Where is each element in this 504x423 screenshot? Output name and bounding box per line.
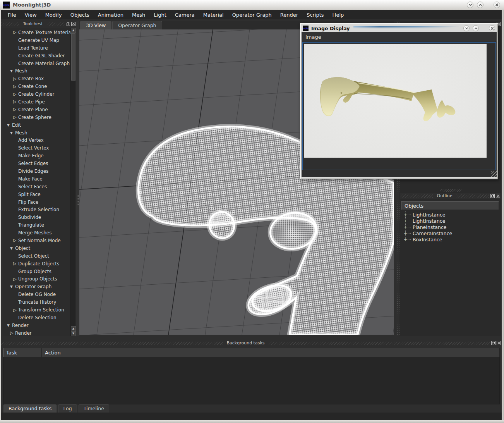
background-tasks-titlebar[interactable]: Background tasks (1, 340, 502, 346)
expander-closed-icon[interactable]: ▷ (13, 115, 18, 120)
toolchest-item[interactable]: ▷Create Cone (3, 83, 70, 90)
close-panel-icon[interactable] (496, 194, 500, 198)
toolchest-titlebar[interactable]: Toolchest (1, 21, 76, 27)
expander-open-icon[interactable]: ▼ (10, 246, 15, 250)
expander-closed-icon[interactable]: ▷ (13, 84, 18, 89)
window-titlebar[interactable]: m|3d Moonlight|3D (0, 0, 504, 10)
toolchest-item[interactable]: Select Faces (3, 183, 70, 191)
expand-plus-icon[interactable]: + (404, 213, 407, 217)
expander-open-icon[interactable]: ▼ (10, 131, 15, 135)
minimize-button[interactable] (467, 2, 473, 8)
menu-item-mesh[interactable]: Mesh (128, 10, 149, 19)
scroll-up-icon-bottom[interactable]: ▲ (71, 326, 76, 331)
toolchest-item[interactable]: ▷Create Texture Material (3, 29, 70, 36)
minimize-button[interactable] (463, 25, 470, 31)
toolchest-item[interactable]: ▷Create Pipe (3, 98, 70, 106)
close-button[interactable] (489, 25, 495, 31)
toolchest-item[interactable]: ▼Edit (3, 121, 70, 129)
menu-item-render[interactable]: Render (276, 10, 302, 19)
dock-grip[interactable] (440, 189, 461, 192)
menu-item-operator-graph[interactable]: Operator Graph (228, 10, 276, 19)
bottom-tab-timeline[interactable]: Timeline (79, 404, 109, 413)
expander-closed-icon[interactable]: ▷ (10, 330, 15, 335)
toolchest-item[interactable]: ▼Object (3, 244, 70, 252)
expander-closed-icon[interactable]: ▷ (13, 99, 18, 104)
outline-item[interactable]: +PlaneInstance (401, 224, 499, 230)
expander-closed-icon[interactable]: ▷ (13, 308, 18, 313)
toolchest-item[interactable]: Create Material Graph (3, 60, 70, 67)
float-panel-icon[interactable] (66, 22, 70, 26)
left-splitter-handle[interactable] (76, 21, 79, 336)
float-panel-icon[interactable] (490, 194, 495, 198)
expander-open-icon[interactable]: ▼ (7, 323, 12, 327)
toolchest-item[interactable]: ▼Mesh (3, 129, 70, 137)
toolchest-item[interactable]: ▷Create Plane (3, 106, 70, 113)
toolchest-scrollbar[interactable]: ▲ ▲ ▼ (70, 28, 75, 336)
outline-item[interactable]: +BoxInstance (401, 236, 499, 242)
toolchest-item[interactable]: ▷Duplicate Objects (3, 260, 70, 268)
rendered-image[interactable] (304, 44, 487, 158)
toolchest-item[interactable]: Split Face (3, 191, 70, 198)
menu-item-scripts[interactable]: Scripts (302, 10, 328, 19)
outline-titlebar[interactable]: Outline (400, 193, 501, 199)
expand-plus-icon[interactable]: + (404, 219, 407, 223)
menu-item-help[interactable]: Help (328, 10, 348, 19)
scrollbar-thumb[interactable] (71, 33, 75, 81)
toolchest-item[interactable]: Add Vertex (3, 136, 70, 144)
toolchest-item[interactable]: ▼Mesh (3, 67, 70, 75)
toolchest-item[interactable]: Select Edges (3, 160, 70, 167)
viewport-tab-operator-graph[interactable]: Operator Graph (112, 21, 162, 29)
menu-item-material[interactable]: Material (199, 10, 228, 19)
expander-closed-icon[interactable]: ▷ (13, 238, 18, 243)
outline-item[interactable]: +LightInstance (401, 212, 499, 218)
bottom-tab-log[interactable]: Log (58, 404, 77, 413)
toolchest-item[interactable]: Select Vertex (3, 144, 70, 152)
outline-item[interactable]: +CameraInstance (401, 230, 499, 236)
menu-item-file[interactable]: File (3, 10, 21, 19)
toolchest-item[interactable]: ▷Create Cylinder (3, 90, 70, 98)
expander-open-icon[interactable]: ▼ (10, 285, 15, 289)
toolchest-item[interactable]: Make Face (3, 175, 70, 183)
bottom-splitter-handle[interactable] (1, 336, 502, 339)
maximize-button[interactable] (477, 2, 483, 8)
toolchest-item[interactable]: Truncate History (3, 298, 70, 306)
toolchest-item[interactable]: Triangulate (3, 221, 70, 229)
toolchest-item[interactable]: Create GLSL Shader (3, 52, 70, 60)
toolchest-item[interactable]: ▷Set Normals Mode (3, 237, 70, 244)
scroll-down-icon[interactable]: ▼ (71, 331, 76, 336)
expand-plus-icon[interactable]: + (404, 238, 407, 241)
resize-grip-icon[interactable] (491, 171, 497, 177)
outline-objects-header[interactable]: Objects (401, 201, 499, 210)
expander-closed-icon[interactable]: ▷ (13, 107, 18, 112)
expander-open-icon[interactable]: ▼ (10, 69, 15, 73)
close-panel-icon[interactable] (71, 22, 75, 26)
toolchest-item[interactable]: ▷Create Box (3, 75, 70, 83)
expander-closed-icon[interactable]: ▷ (13, 277, 18, 282)
bottom-tab-background-tasks[interactable]: Background tasks (3, 404, 57, 413)
tasks-table-body[interactable] (3, 357, 500, 404)
float-panel-icon[interactable] (491, 341, 495, 345)
toolchest-item[interactable]: ▷Transform Selection (3, 306, 70, 314)
expand-plus-icon[interactable]: + (404, 225, 407, 229)
toolchest-item[interactable]: Generate UV Map (3, 36, 70, 44)
toolchest-item[interactable]: ▷Ungroup Objects (3, 275, 70, 283)
close-panel-icon[interactable] (497, 341, 501, 345)
expander-closed-icon[interactable]: ▷ (13, 92, 18, 97)
toolchest-item[interactable]: Flip Face (3, 198, 70, 206)
expander-closed-icon[interactable]: ▷ (13, 76, 18, 81)
expander-closed-icon[interactable]: ▷ (13, 30, 18, 35)
toolchest-item[interactable]: Group Objects (3, 268, 70, 275)
menu-item-light[interactable]: Light (149, 10, 170, 19)
toolchest-item[interactable]: Merge Meshes (3, 229, 70, 237)
toolchest-item[interactable]: Load Texture (3, 44, 70, 52)
toolchest-item[interactable]: Delete Selection (3, 314, 70, 322)
outline-item[interactable]: +LightInstance (401, 218, 499, 224)
column-header-action[interactable]: Action (42, 348, 500, 357)
toolchest-item[interactable]: ▷Create Sphere (3, 113, 70, 121)
menu-item-modify[interactable]: Modify (41, 10, 66, 19)
viewport-tab-3d-view[interactable]: 3D View (80, 21, 111, 29)
maximize-button[interactable] (473, 25, 479, 31)
toolchest-item[interactable]: ▷Render (3, 329, 70, 336)
image-display-titlebar[interactable]: m|3d Image Display (302, 24, 497, 32)
menu-item-objects[interactable]: Objects (66, 10, 94, 19)
